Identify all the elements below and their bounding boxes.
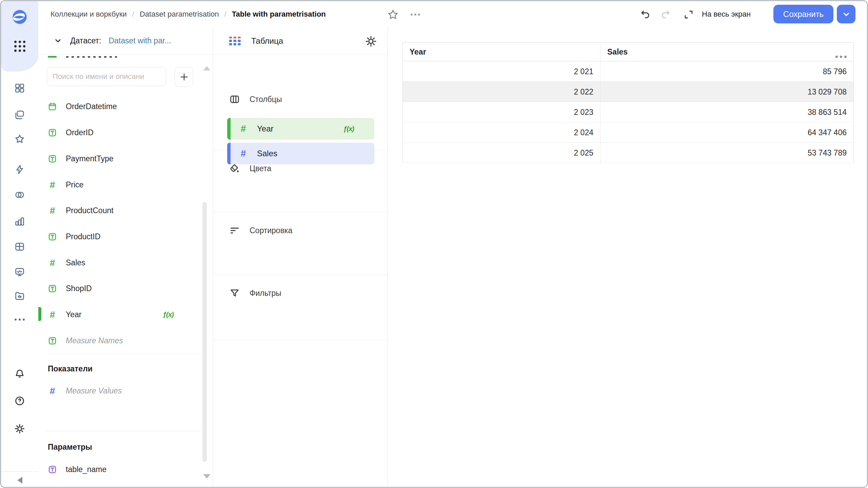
dataset-selector[interactable]: Датасет: Dataset with par... <box>38 27 213 55</box>
columns-icon <box>229 94 240 105</box>
table-column-divider <box>600 43 600 163</box>
parameters-section-title: Параметры <box>48 443 92 452</box>
colors-section[interactable]: Цвета <box>213 150 388 212</box>
save-options-button[interactable] <box>837 5 855 23</box>
all-services-button[interactable] <box>12 39 27 54</box>
field-row-productid[interactable]: ProductID <box>38 224 198 250</box>
favorite-star-button[interactable] <box>387 8 399 21</box>
scroll-down-arrow[interactable] <box>203 479 211 485</box>
funnel-icon <box>229 288 240 299</box>
filters-section[interactable]: Фильтры <box>213 274 388 340</box>
visualization-settings-button[interactable] <box>365 35 377 47</box>
field-row-price[interactable]: # Price <box>38 172 198 198</box>
squares-grid-icon <box>14 83 25 94</box>
datalens-logo-icon <box>12 6 27 27</box>
chip-accent-bar <box>227 118 231 140</box>
bell-icon <box>14 368 25 379</box>
nav-dashboards-button[interactable] <box>12 239 27 254</box>
fullscreen-button[interactable] <box>683 8 695 21</box>
field-search-input[interactable] <box>47 67 166 86</box>
settings-button[interactable] <box>12 421 27 436</box>
number-type-icon: # <box>48 258 57 267</box>
chart-preview-canvas: Year Sales 2 021 85 796 2 022 13 029 708… <box>388 27 867 487</box>
entry-more-button[interactable] <box>409 8 421 21</box>
column-chip-year[interactable]: # Year ƒ(x) <box>227 118 374 140</box>
breadcrumb-workbook[interactable]: Dataset parametrisation <box>140 10 219 19</box>
fullscreen-label[interactable]: На весь экран <box>702 1 751 27</box>
text-type-icon <box>48 336 57 345</box>
columns-section-label: Столбцы <box>250 95 282 104</box>
redo-button[interactable] <box>659 8 672 21</box>
nav-datasets-button[interactable] <box>12 187 27 202</box>
number-type-icon: # <box>48 310 57 319</box>
dataset-panel: Датасет: Dataset with par... OrderDateti… <box>38 27 213 487</box>
add-field-button[interactable] <box>175 67 193 87</box>
breadcrumb-collections[interactable]: Коллекции и воркбуки <box>51 10 127 19</box>
visualization-selector[interactable]: Таблица <box>213 27 388 55</box>
bar-chart-icon <box>14 216 25 227</box>
field-search-row <box>38 67 213 87</box>
help-button[interactable] <box>12 393 27 408</box>
fields-scrollbar[interactable] <box>202 202 207 462</box>
colors-section-label: Цвета <box>250 164 271 173</box>
filters-section-label: Фильтры <box>250 289 281 298</box>
clipped-field-row <box>38 55 213 58</box>
column-header-year[interactable]: Year <box>410 43 426 61</box>
dataset-name-link[interactable]: Dataset with par... <box>108 36 171 45</box>
rail-more-button[interactable] <box>12 312 27 327</box>
table-row: 2 024 64 347 406 <box>403 122 853 143</box>
text-type-icon <box>48 154 57 163</box>
nav-favorites-button[interactable] <box>12 131 27 146</box>
top-bar: Коллекции и воркбуки / Dataset parametri… <box>38 1 867 27</box>
apps-grid-icon <box>14 41 25 52</box>
table-row: 2 021 85 796 <box>403 61 853 82</box>
field-row-orderid[interactable]: OrderID <box>38 120 198 146</box>
star-icon <box>14 134 25 144</box>
nav-charts-button[interactable] <box>12 214 27 229</box>
field-row-measure-values[interactable]: # Measure Values <box>38 378 198 404</box>
table-header-row: Year Sales <box>403 43 853 61</box>
parameter-row-table-name[interactable]: table_name <box>38 456 198 483</box>
lightning-icon <box>14 164 25 175</box>
breadcrumb: Коллекции и воркбуки / Dataset parametri… <box>51 1 326 27</box>
visualization-panel: Таблица Столбцы # Year ƒ(x) <box>213 27 388 487</box>
nav-collections-button[interactable] <box>12 107 27 122</box>
collapse-left-icon <box>17 477 22 484</box>
nav-editor-button[interactable] <box>12 265 27 280</box>
number-type-icon: # <box>239 124 248 134</box>
field-row-year[interactable]: # Year ƒ(x) <box>38 302 198 328</box>
text-type-icon <box>48 128 57 137</box>
field-row-productcount[interactable]: # ProductCount <box>38 198 198 224</box>
sorting-section[interactable]: Сортировка <box>213 212 388 275</box>
number-type-icon: # <box>48 386 57 395</box>
undo-button[interactable] <box>639 8 651 21</box>
field-row-paymenttype[interactable]: PaymentType <box>38 146 198 172</box>
notifications-button[interactable] <box>12 366 27 381</box>
question-circle-icon <box>14 395 25 406</box>
breadcrumb-current: Table with parametrisation <box>232 10 326 19</box>
table-visualization-icon <box>228 36 242 46</box>
left-rail <box>1 1 39 487</box>
paint-bucket-icon <box>229 163 240 174</box>
scroll-up-arrow[interactable] <box>203 60 211 66</box>
collapse-rail-button[interactable] <box>12 473 27 488</box>
formula-badge: ƒ(x) <box>343 125 354 133</box>
column-header-sales[interactable]: Sales <box>607 43 628 61</box>
folder-cloud-icon <box>14 290 25 301</box>
plus-icon <box>179 72 189 82</box>
text-type-icon <box>48 465 57 474</box>
table-menu-button[interactable] <box>835 56 847 58</box>
nav-storage-button[interactable] <box>12 288 27 303</box>
datalens-logo[interactable] <box>12 9 27 24</box>
collections-icon <box>14 109 25 120</box>
fullscreen-expand-icon <box>683 9 694 20</box>
section-divider <box>46 431 201 431</box>
breadcrumb-separator: / <box>132 10 134 19</box>
field-row-shopid[interactable]: ShopID <box>38 276 198 302</box>
save-button[interactable]: Сохранить <box>773 5 833 23</box>
field-row-measure-names[interactable]: Measure Names <box>38 328 198 354</box>
nav-connections-button[interactable] <box>12 162 27 177</box>
field-row-sales[interactable]: # Sales <box>38 250 198 276</box>
nav-overview-button[interactable] <box>12 81 27 96</box>
field-row-orderdatetime[interactable]: OrderDatetime <box>38 94 198 120</box>
